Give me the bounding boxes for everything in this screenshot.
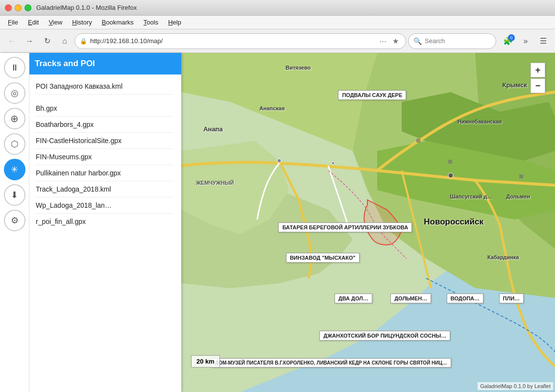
map-label-dolmeny: ДОЛЬМЕН… xyxy=(390,294,431,303)
minimize-button[interactable] xyxy=(15,4,22,11)
extensions-button[interactable]: 🧩 0 xyxy=(500,33,516,49)
map-scale: 20 km xyxy=(191,355,220,368)
map-label-anapaская: Анапская xyxy=(256,104,289,113)
svg-rect-13 xyxy=(448,160,452,164)
home-button[interactable]: ⌂ xyxy=(57,33,72,49)
menu-view[interactable]: View xyxy=(44,17,67,28)
map-label-novorossiysk: Новороссийск xyxy=(420,216,487,228)
main-area: ⏸ ◎ ⊕ ⬡ ✳ ⬇ ⚙ Tracks and POI xyxy=(0,53,555,392)
star-icon: ✳ xyxy=(11,164,18,175)
target-icon: ◎ xyxy=(11,88,19,98)
expand-icon: » xyxy=(524,37,528,46)
notification-badge: 0 xyxy=(508,34,515,41)
address-bar[interactable]: 🔒 ⋯ ★ xyxy=(74,33,406,49)
map-label-pli: ПЛИ… xyxy=(499,294,524,303)
list-item[interactable]: FIN-Museums.gpx xyxy=(35,149,173,165)
list-item[interactable]: Bh.gpx xyxy=(35,100,173,117)
file-list: POI Западного Кавказа.kml Bh.gpx Boathar… xyxy=(27,74,181,233)
hamburger-icon: ☰ xyxy=(540,36,547,46)
download-icon: ⬇ xyxy=(11,190,18,200)
zoom-in-button[interactable]: + xyxy=(531,63,545,77)
pause-icon: ⏸ xyxy=(10,63,19,73)
svg-rect-12 xyxy=(416,139,420,143)
map-label-zhemchuzhny: ЖЕМЧУЖНЫЙ xyxy=(193,178,238,187)
svg-point-10 xyxy=(332,162,335,165)
map-attribution: GaladrielMap 0.1.0 by Leaflet xyxy=(478,382,553,390)
map-area[interactable]: Витязево Анапа Анапская ПОДВАЛЫ САУК ДЕР… xyxy=(181,53,555,392)
map-label-batareya: БАТАРЕЯ БЕРЕГОВОЙ АРТИЛЛЕРИИ ЗУБКОВА xyxy=(278,222,412,232)
address-input[interactable] xyxy=(90,37,374,45)
toolbar-right: 🧩 0 » ☰ xyxy=(500,33,551,49)
menu-history[interactable]: History xyxy=(67,17,97,28)
list-item[interactable]: Pullikainen natur harbor.gpx xyxy=(35,165,173,181)
toolbar: ← → ↻ ⌂ 🔒 ⋯ ★ 🔍 🧩 0 » ☰ xyxy=(0,29,555,53)
arrow-icon: ⊕ xyxy=(10,113,19,124)
maximize-button[interactable] xyxy=(24,4,31,11)
map-label-vodopa: ВОДОПА… xyxy=(447,294,483,303)
sidebar: ⏸ ◎ ⊕ ⬡ ✳ ⬇ ⚙ Tracks and POI xyxy=(0,53,181,392)
sidebar-section-header: Tracks and POI xyxy=(27,53,181,74)
sidebar-btn-pause[interactable]: ⏸ xyxy=(4,57,25,78)
sidebar-btn-star[interactable]: ✳ xyxy=(4,159,25,180)
list-item[interactable]: Boatharbors_4.gpx xyxy=(35,117,173,133)
zoom-out-button[interactable]: − xyxy=(531,78,545,93)
sidebar-btn-arrow[interactable]: ⊕ xyxy=(4,108,25,129)
reload-button[interactable]: ↻ xyxy=(39,33,55,49)
menu-bookmarks[interactable]: Bookmarks xyxy=(97,17,139,28)
map-label-podvaly: ПОДВАЛЫ САУК ДЕРЕ xyxy=(338,90,406,100)
left-icon-strip: ⏸ ◎ ⊕ ⬡ ✳ ⬇ ⚙ xyxy=(0,53,29,392)
menu-button[interactable]: ☰ xyxy=(535,33,551,49)
map-label-nizhnebakan: Нижнебаканская xyxy=(454,117,505,126)
map-label-vinzavod: ВИНЗАВОД "МЫСХАКО" xyxy=(286,253,360,263)
map-zoom-controls: + − xyxy=(531,63,545,93)
map-label-dolmen: Дольмен xyxy=(503,192,533,201)
bookmark-button[interactable]: ★ xyxy=(390,36,401,47)
svg-point-9 xyxy=(277,159,281,163)
forward-button[interactable]: → xyxy=(22,33,37,49)
menu-help[interactable]: Help xyxy=(163,17,186,28)
menu-tools[interactable]: Tools xyxy=(139,17,163,28)
search-icon: 🔍 xyxy=(413,37,422,45)
sidebar-btn-share[interactable]: ⬡ xyxy=(4,133,25,155)
share-icon: ⬡ xyxy=(11,139,19,149)
svg-rect-14 xyxy=(519,174,523,178)
search-input[interactable] xyxy=(425,37,483,45)
window-title: GaladrielMap 0.1.0 - Mozilla Firefox xyxy=(36,4,137,11)
sidebar-btn-download[interactable]: ⬇ xyxy=(4,184,25,206)
close-button[interactable] xyxy=(5,4,12,11)
sidebar-btn-target[interactable]: ◎ xyxy=(4,82,25,104)
map-label-krimsk: Крымск xyxy=(499,80,531,90)
menu-bar: File Edit View History Bookmarks Tools H… xyxy=(0,16,555,29)
menu-edit[interactable]: Edit xyxy=(23,17,44,28)
settings-icon: ⚙ xyxy=(11,215,19,226)
list-item[interactable]: Track_Ladoga_2018.kml xyxy=(35,181,173,197)
window-controls[interactable] xyxy=(5,4,31,11)
address-actions: ⋯ ★ xyxy=(377,36,401,47)
list-item[interactable]: Wp_Ladoga_2018_lan… xyxy=(35,197,173,214)
expand-button[interactable]: » xyxy=(518,33,533,49)
map-label-kabardinka: Кабардинка xyxy=(484,253,522,262)
window-titlebar: GaladrielMap 0.1.0 - Mozilla Firefox xyxy=(0,0,555,16)
back-button[interactable]: ← xyxy=(4,33,20,49)
menu-file[interactable]: File xyxy=(3,17,23,28)
map-label-vitazevo: Витязево xyxy=(282,63,314,72)
map-label-dva-dol: ДВА ДОЛ… xyxy=(335,294,372,303)
sidebar-content: Tracks and POI POI Западного Кавказа.kml… xyxy=(27,53,181,392)
list-item[interactable]: POI Западного Кавказа.kml xyxy=(35,78,173,95)
map-label-dzhankhot: ДЖАНХОТСКИЙ БОР ПИЦУНДСКОЙ СОСНЫ… xyxy=(319,331,450,341)
more-options-button[interactable]: ⋯ xyxy=(377,36,388,47)
lock-icon: 🔒 xyxy=(80,38,87,45)
map-label-museum: ДОМ-МУЗЕЙ ПИСАТЕЛЯ В.Г.КОРОЛЕНКО, ЛИВАНС… xyxy=(211,358,451,368)
list-item[interactable]: r_poi_fin_all.gpx xyxy=(35,214,173,229)
list-item[interactable]: FIN-CastleHistoricalSite.gpx xyxy=(35,133,173,149)
map-label-anapa: Анапа xyxy=(200,124,226,134)
map-label-shapsugsky: Шапсугский д… xyxy=(447,192,496,201)
svg-point-11 xyxy=(448,173,453,178)
search-bar[interactable]: 🔍 xyxy=(408,33,496,49)
sidebar-btn-settings[interactable]: ⚙ xyxy=(4,210,25,231)
